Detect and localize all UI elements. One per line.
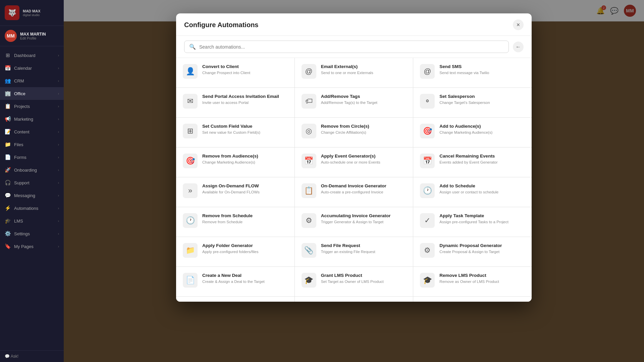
sidebar-arrow-projects: › xyxy=(58,105,59,108)
automation-title-create-new-deal: Create a New Deal xyxy=(202,273,265,278)
automation-item-convert-to-client[interactable]: 👤 Convert to Client Change Prospect into… xyxy=(176,58,294,87)
automation-icon-remove-from-circle: ◎ xyxy=(302,124,316,138)
automation-desc-apply-folder-generator: Apply pre-configured folders/files xyxy=(202,249,258,254)
sidebar-icon-dashboard: ⊞ xyxy=(5,52,11,58)
sidebar-icon-content: 📝 xyxy=(5,129,11,135)
automation-item-send-portal-access[interactable]: ✉ Send Portal Access Invitation Email In… xyxy=(176,88,294,117)
automation-title-assign-on-demand-flow: Assign On-Demand FLOW xyxy=(202,183,260,188)
automation-title-apply-folder-generator: Apply Folder Generator xyxy=(202,243,258,248)
automation-item-set-salesperson[interactable]: ⚬ Set Salesperson Change Target's Salesp… xyxy=(413,88,532,117)
sidebar-item-crm[interactable]: 👥 CRM › xyxy=(0,74,64,87)
search-wrap: 🔍 xyxy=(184,41,509,53)
automation-title-set-custom-field: Set Custom Field Value xyxy=(202,124,260,129)
sidebar-arrow-marketing: › xyxy=(58,117,59,121)
automation-icon-add-to-schedule: 🕐 xyxy=(420,183,435,198)
automation-icon-apply-event-generator: 📅 xyxy=(302,154,316,168)
automation-item-apply-folder-generator[interactable]: 📁 Apply Folder Generator Apply pre-confi… xyxy=(176,237,294,266)
modal-header: Configure Automations × xyxy=(176,13,532,36)
automation-title-apply-event-generator: Apply Event Generator(s) xyxy=(321,154,380,159)
automation-desc-send-sms: Send text message via Twilio xyxy=(439,70,489,75)
automation-icon-remove-lms-product: 🎓 xyxy=(420,273,435,288)
sidebar-item-office[interactable]: 🏢 Office › xyxy=(0,87,64,100)
automation-item-add-to-checklists[interactable]: ✓ Add to Checklists Assign Target to Che… xyxy=(295,297,413,302)
automation-title-send-portal-access: Send Portal Access Invitation Email xyxy=(202,94,279,99)
automation-desc-dynamic-proposal-generator: Create Proposal & Assign to Target xyxy=(439,249,502,254)
automation-item-webhook-notification[interactable]: ↩ Webhook Notification Fire a webhook to… xyxy=(176,297,294,302)
automation-title-email-externals: Email External(s) xyxy=(321,64,373,69)
automation-item-remove-from-schedule[interactable]: 🕐 Remove from Schedule Remove from Sched… xyxy=(176,207,294,237)
sidebar-arrow-onboarding: › xyxy=(58,168,59,172)
automation-title-add-to-schedule: Add to Schedule xyxy=(439,183,498,188)
automation-item-remove-from-audiences[interactable]: 🎯 Remove from Audience(s) Change Marketi… xyxy=(176,147,294,177)
automation-item-on-demand-invoice-generator[interactable]: 📋 On-Demand Invoice Generator Auto-creat… xyxy=(295,177,413,207)
automation-item-apply-task-template[interactable]: ✓ Apply Task Template Assign pre-configu… xyxy=(413,207,532,237)
automation-item-add-to-schedule[interactable]: 🕐 Add to Schedule Assign user or contact… xyxy=(413,177,532,207)
sidebar-label-calendar: Calendar xyxy=(14,66,58,71)
automation-item-remove-from-checklist[interactable]: ✓ Remove from Checklist Remove Target fr… xyxy=(413,297,532,302)
automation-desc-remove-lms-product: Remove as Owner of LMS Product xyxy=(439,279,499,284)
automation-desc-accumulating-invoice-generator: Trigger Generator & Assign to Target xyxy=(321,219,391,225)
automation-item-assign-on-demand-flow[interactable]: » Assign On-Demand FLOW Available for On… xyxy=(176,177,294,207)
automation-desc-set-salesperson: Change Target's Salesperson xyxy=(439,100,490,105)
automation-icon-assign-on-demand-flow: » xyxy=(183,183,198,198)
search-input[interactable] xyxy=(199,44,504,50)
sidebar-item-support[interactable]: 🎧 Support › xyxy=(0,176,64,189)
automation-item-create-new-deal[interactable]: 📄 Create a New Deal Create & Assign a De… xyxy=(176,267,294,296)
sidebar-label-crm: CRM xyxy=(14,78,58,83)
sidebar-item-marketing[interactable]: 📢 Marketing › xyxy=(0,113,64,125)
sidebar-user[interactable]: MM MAX MARTIN Edit Profile xyxy=(0,26,64,46)
sidebar-item-forms[interactable]: 📄 Forms › xyxy=(0,151,64,164)
sidebar-item-projects[interactable]: 📋 Projects › xyxy=(0,100,64,113)
sidebar-label-onboarding: Onboarding xyxy=(14,168,58,173)
modal-close-button[interactable]: × xyxy=(513,19,524,30)
automation-title-on-demand-invoice-generator: On-Demand Invoice Generator xyxy=(321,183,386,188)
sidebar-item-files[interactable]: 📁 Files › xyxy=(0,138,64,151)
automation-item-grant-lms-product[interactable]: 🎓 Grant LMS Product Set Target as Owner … xyxy=(295,267,413,296)
automation-title-send-file-request: Send File Request xyxy=(321,243,375,248)
sidebar-item-my-pages[interactable]: 🔖 My Pages › xyxy=(0,240,64,253)
sidebar-arrow-calendar: › xyxy=(58,66,59,70)
automation-icon-set-salesperson: ⚬ xyxy=(420,94,435,109)
automation-item-dynamic-proposal-generator[interactable]: ⚙ Dynamic Proposal Generator Create Prop… xyxy=(413,237,532,266)
automation-item-add-to-audiences[interactable]: 🎯 Add to Audience(s) Change Marketing Au… xyxy=(413,118,532,147)
sidebar-label-messaging: Messaging xyxy=(14,193,58,198)
automation-title-cancel-remaining-events: Cancel Remaining Events xyxy=(439,154,497,159)
automation-item-apply-event-generator[interactable]: 📅 Apply Event Generator(s) Auto-schedule… xyxy=(295,147,413,177)
sidebar-item-onboarding[interactable]: 🚀 Onboarding › xyxy=(0,164,64,176)
automation-item-cancel-remaining-events[interactable]: 📅 Cancel Remaining Events Events added b… xyxy=(413,147,532,177)
automation-desc-remove-from-audiences: Change Marketing Audience(s) xyxy=(202,160,258,165)
sidebar-icon-automations: ⚡ xyxy=(5,205,11,211)
automation-item-remove-lms-product[interactable]: 🎓 Remove LMS Product Remove as Owner of … xyxy=(413,267,532,296)
modal-search-area: 🔍 ← xyxy=(176,36,532,58)
automation-item-add-remove-tags[interactable]: 🏷 Add/Remove Tags Add/Remove Tag(s) to t… xyxy=(295,88,413,117)
sidebar-item-messaging[interactable]: 💬 Messaging › xyxy=(0,189,64,202)
sidebar-footer-ask[interactable]: 💬 Ask! xyxy=(0,350,64,362)
automation-icon-set-custom-field: ⊞ xyxy=(183,124,198,138)
automation-item-email-externals[interactable]: @ Email External(s) Send to one or more … xyxy=(295,58,413,87)
sidebar-label-marketing: Marketing xyxy=(14,117,58,122)
configure-automations-modal: Configure Automations × 🔍 ← 👤 Convert to… xyxy=(176,13,532,302)
sidebar-arrow-messaging: › xyxy=(58,194,59,197)
automation-item-remove-from-circle[interactable]: ◎ Remove from Circle(s) Change Circle Af… xyxy=(295,118,413,147)
search-back-button[interactable]: ← xyxy=(513,42,524,52)
sidebar-item-automations[interactable]: ⚡ Automations › xyxy=(0,202,64,215)
sidebar-arrow-content: › xyxy=(58,130,59,134)
automation-icon-apply-task-template: ✓ xyxy=(420,213,435,228)
automation-item-set-custom-field[interactable]: ⊞ Set Custom Field Value Set new value f… xyxy=(176,118,294,147)
automation-desc-email-externals: Send to one or more Externals xyxy=(321,70,373,75)
sidebar-icon-calendar: 📅 xyxy=(5,65,11,71)
sidebar-item-dashboard[interactable]: ⊞ Dashboard › xyxy=(0,49,64,62)
automation-item-send-sms[interactable]: @ Send SMS Send text message via Twilio xyxy=(413,58,532,87)
sidebar-item-settings[interactable]: ⚙️ Settings › xyxy=(0,227,64,240)
sidebar-item-content[interactable]: 📝 Content › xyxy=(0,125,64,138)
automation-title-add-to-audiences: Add to Audience(s) xyxy=(439,124,492,129)
automation-desc-create-new-deal: Create & Assign a Deal to the Target xyxy=(202,279,265,284)
sidebar-item-lms[interactable]: 🎓 LMS › xyxy=(0,215,64,227)
edit-profile-link[interactable]: Edit Profile xyxy=(20,37,46,40)
sidebar-icon-support: 🎧 xyxy=(5,180,11,186)
automation-item-send-file-request[interactable]: 📎 Send File Request Trigger an existing … xyxy=(295,237,413,266)
sidebar-arrow-office: › xyxy=(58,92,59,96)
sidebar-item-calendar[interactable]: 📅 Calendar › xyxy=(0,62,64,74)
automation-desc-apply-task-template: Assign pre-configured Tasks to a Project xyxy=(439,219,508,225)
automation-item-accumulating-invoice-generator[interactable]: ⚙ Accumulating Invoice Generator Trigger… xyxy=(295,207,413,237)
